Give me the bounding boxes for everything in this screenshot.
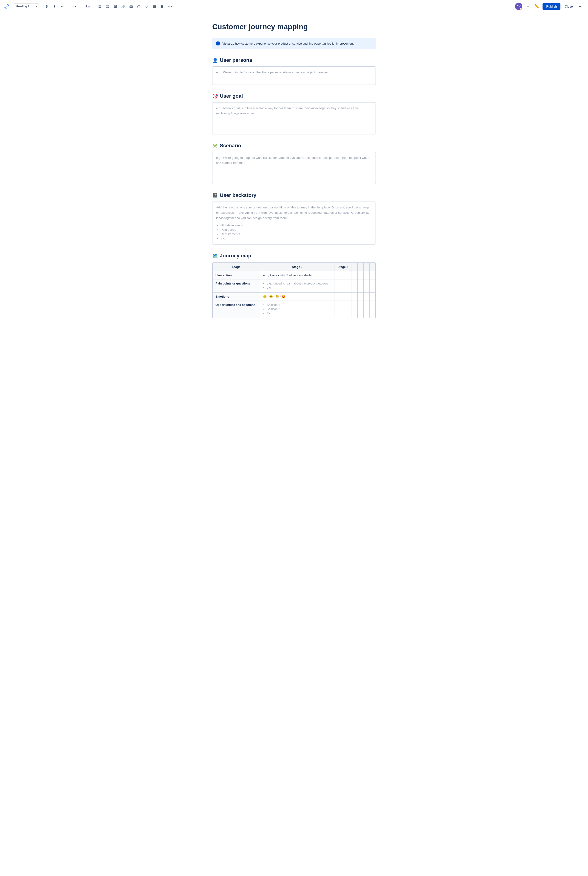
list-item: Pain points	[221, 228, 372, 231]
more-format-button[interactable]: ···	[58, 3, 66, 10]
list-item: etc.	[267, 311, 332, 315]
list-item: etc.	[221, 237, 372, 240]
user-goal-placeholder: e.g., Alana's goal is to find a scalable…	[216, 106, 372, 116]
row-header-pain-points: Pain points or questions	[213, 279, 260, 292]
publish-button[interactable]: Publish	[543, 3, 560, 10]
journey-map-title: Journey map	[220, 253, 251, 259]
more-menu-button[interactable]: ···	[577, 3, 584, 10]
opportunities-stage6[interactable]	[369, 301, 375, 318]
user-action-stage6[interactable]	[369, 271, 375, 279]
table-col-stage5	[363, 263, 369, 271]
image-button[interactable]: 🖼	[127, 3, 135, 10]
user-action-stage5[interactable]	[363, 271, 369, 279]
list-item: Solution 1	[267, 303, 332, 307]
user-backstory-heading: 📓 User backstory	[212, 192, 376, 198]
heading-selector[interactable]: Heading 2 ▾	[14, 3, 39, 9]
info-icon: i	[216, 41, 220, 45]
table-row: Emotions 😊 / 😐 / 😤 / 😍	[213, 292, 375, 301]
user-backstory-textbox[interactable]: Add the reasons why your target persona …	[212, 201, 376, 245]
info-box: i Visualize how customers experience you…	[212, 38, 376, 49]
table-col-stage1: Stage 1	[260, 263, 334, 271]
row-header-user-action: User action	[213, 271, 260, 279]
layout-button[interactable]: ⊞	[159, 3, 166, 10]
list-item: Requirements	[221, 232, 372, 236]
table-row: Opportunities and solutions Solution 1 S…	[213, 301, 375, 318]
avatar-initials: CK	[517, 5, 521, 8]
user-persona-heading: 👤 User persona	[212, 57, 376, 63]
scenario-textbox[interactable]: e.g., We're going to map out what it's l…	[212, 152, 376, 184]
list-item: e.g., I need to learn about the product …	[267, 282, 332, 285]
emotions-stage2[interactable]	[334, 292, 351, 301]
number-list-button[interactable]: ☷	[104, 3, 111, 10]
close-button[interactable]: Close	[562, 3, 575, 10]
user-backstory-intro: Add the reasons why your target persona …	[216, 205, 372, 221]
user-goal-textbox[interactable]: e.g., Alana's goal is to find a scalable…	[212, 102, 376, 134]
emotions-stage3[interactable]	[351, 292, 357, 301]
italic-button[interactable]: I	[51, 3, 58, 10]
scenario-placeholder: e.g., We're going to map out what it's l…	[216, 155, 372, 165]
emotions-stage1[interactable]: 😊 / 😐 / 😤 / 😍	[260, 292, 334, 301]
task-button[interactable]: ☑	[112, 3, 119, 10]
opportunities-stage1[interactable]: Solution 1 Solution 2 etc.	[260, 301, 334, 318]
table-button[interactable]: ▦	[151, 3, 158, 10]
scenario-heading: ✳️ Scenario	[212, 143, 376, 149]
list-item: Solution 2	[267, 307, 332, 311]
emotions-stage5[interactable]	[363, 292, 369, 301]
opportunities-stage4[interactable]	[357, 301, 363, 318]
user-backstory-title: User backstory	[220, 192, 256, 198]
scenario-icon: ✳️	[212, 143, 218, 149]
avatar-badge: 2	[520, 8, 523, 11]
journey-map-icon: 🗺️	[212, 253, 218, 258]
pain-points-stage6[interactable]	[369, 279, 375, 292]
bold-button[interactable]: B	[43, 3, 50, 10]
align-button[interactable]: ≡ ▾	[70, 3, 79, 10]
pain-points-stage5[interactable]	[363, 279, 369, 292]
table-col-stage3	[351, 263, 357, 271]
user-persona-textbox[interactable]: e.g., We're going to focus on the Alana …	[212, 66, 376, 85]
pain-points-stage1[interactable]: e.g., I need to learn about the product …	[260, 279, 334, 292]
row-header-opportunities: Opportunities and solutions	[213, 301, 260, 318]
bullet-list-button[interactable]: ☰	[96, 3, 104, 10]
heading-selector-label: Heading 2	[16, 5, 29, 8]
text-format-group: B I ···	[43, 3, 66, 10]
user-persona-icon: 👤	[212, 57, 218, 63]
avatar-button[interactable]: CK 2	[515, 3, 522, 10]
user-action-stage3[interactable]	[351, 271, 357, 279]
emotions-stage4[interactable]	[357, 292, 363, 301]
opportunities-bullets: Solution 1 Solution 2 etc.	[263, 303, 332, 315]
user-goal-icon: 🎯	[212, 93, 218, 99]
toolbar-right: CK 2 + ✏️ Publish Close ···	[515, 3, 584, 10]
text-color-button[interactable]: A ▾	[83, 3, 92, 10]
list-item: High-level goals	[221, 224, 372, 227]
emotions-stage6[interactable]	[369, 292, 375, 301]
list-item: etc.	[267, 286, 332, 289]
table-row: Pain points or questions e.g., I need to…	[213, 279, 375, 292]
scenario-title: Scenario	[220, 143, 241, 149]
opportunities-stage3[interactable]	[351, 301, 357, 318]
page-title[interactable]: Customer journey mapping	[212, 22, 376, 32]
pain-points-stage2[interactable]	[334, 279, 351, 292]
user-action-stage4[interactable]	[357, 271, 363, 279]
emoji-button[interactable]: ☺	[143, 3, 150, 10]
row-header-emotions: Emotions	[213, 292, 260, 301]
opportunities-stage5[interactable]	[363, 301, 369, 318]
user-action-stage2[interactable]	[334, 271, 351, 279]
toolbar: Heading 2 ▾ B I ··· ≡ ▾ A ▾ ☰ ☷ ☑ 🔗 🖼 @ …	[0, 0, 588, 13]
insert-more-button[interactable]: + ▾	[166, 3, 174, 10]
content-area: Customer journey mapping i Visualize how…	[207, 13, 381, 337]
opportunities-stage2[interactable]	[334, 301, 351, 318]
add-collaborator-button[interactable]: +	[524, 3, 531, 10]
confluence-logo[interactable]	[4, 3, 10, 10]
mention-button[interactable]: @	[135, 3, 142, 10]
user-backstory-icon: 📓	[212, 192, 218, 198]
pain-points-stage4[interactable]	[357, 279, 363, 292]
journey-table-wrapper: Stage Stage 1 Stage 2 User action e.g., …	[212, 263, 376, 318]
link-button[interactable]: 🔗	[119, 3, 127, 10]
toolbar-divider-1	[41, 4, 41, 9]
journey-table: Stage Stage 1 Stage 2 User action e.g., …	[213, 263, 375, 318]
pain-points-stage3[interactable]	[351, 279, 357, 292]
chevron-down-icon: ▾	[36, 5, 37, 8]
table-col-stage: Stage	[213, 263, 260, 271]
draft-button[interactable]: ✏️	[533, 3, 541, 10]
user-action-stage1[interactable]: e.g., Alana visits Confluence website	[260, 271, 334, 279]
